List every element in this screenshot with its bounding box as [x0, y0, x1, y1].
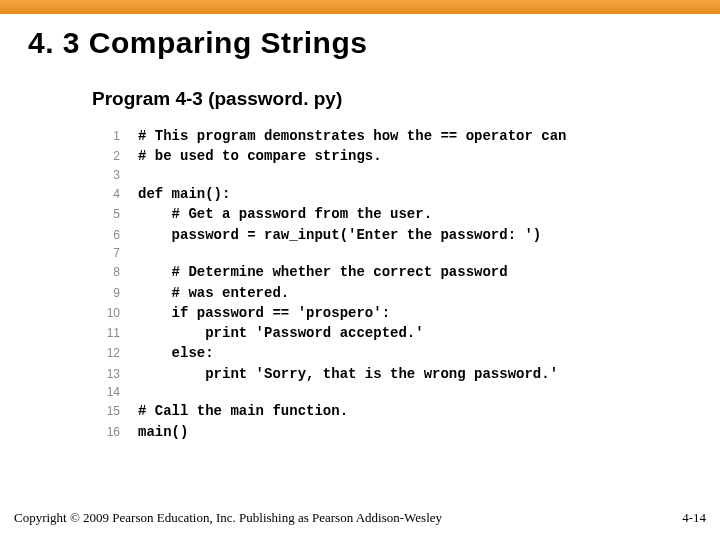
code-listing: 1# This program demonstrates how the == … — [0, 120, 720, 442]
code-line: 2# be used to compare strings. — [92, 146, 720, 166]
code-line: 14 — [92, 384, 720, 401]
program-subtitle: Program 4-3 (password. py) — [0, 60, 720, 120]
footer: Copyright © 2009 Pearson Education, Inc.… — [14, 510, 706, 526]
copyright-text: Copyright © 2009 Pearson Education, Inc.… — [14, 510, 442, 526]
code-line: 8 # Determine whether the correct passwo… — [92, 262, 720, 282]
code-line: 5 # Get a password from the user. — [92, 204, 720, 224]
code-text: print 'Password accepted.' — [138, 323, 424, 343]
code-line: 3 — [92, 167, 720, 184]
code-text: # This program demonstrates how the == o… — [138, 126, 566, 146]
line-number: 7 — [92, 245, 120, 262]
line-number: 3 — [92, 167, 120, 184]
line-number: 2 — [92, 148, 120, 165]
code-line: 12 else: — [92, 343, 720, 363]
code-text: main() — [138, 422, 188, 442]
line-number: 15 — [92, 403, 120, 420]
line-number: 10 — [92, 305, 120, 322]
code-line: 7 — [92, 245, 720, 262]
code-text: # Call the main function. — [138, 401, 348, 421]
code-line: 11 print 'Password accepted.' — [92, 323, 720, 343]
code-text: # was entered. — [138, 283, 289, 303]
line-number: 1 — [92, 128, 120, 145]
line-number: 6 — [92, 227, 120, 244]
line-number: 13 — [92, 366, 120, 383]
line-number: 4 — [92, 186, 120, 203]
line-number: 5 — [92, 206, 120, 223]
line-number: 12 — [92, 345, 120, 362]
code-line: 6 password = raw_input('Enter the passwo… — [92, 225, 720, 245]
page-title: 4. 3 Comparing Strings — [0, 14, 720, 60]
code-text: # Determine whether the correct password — [138, 262, 508, 282]
code-line: 10 if password == 'prospero': — [92, 303, 720, 323]
code-line: 15# Call the main function. — [92, 401, 720, 421]
line-number: 11 — [92, 325, 120, 342]
code-text: # be used to compare strings. — [138, 146, 382, 166]
code-line: 13 print 'Sorry, that is the wrong passw… — [92, 364, 720, 384]
code-text: print 'Sorry, that is the wrong password… — [138, 364, 558, 384]
line-number: 9 — [92, 285, 120, 302]
page-number: 4-14 — [682, 510, 706, 526]
code-line: 1# This program demonstrates how the == … — [92, 126, 720, 146]
code-text: # Get a password from the user. — [138, 204, 432, 224]
code-line: 4def main(): — [92, 184, 720, 204]
accent-bar — [0, 0, 720, 14]
code-line: 9 # was entered. — [92, 283, 720, 303]
line-number: 8 — [92, 264, 120, 281]
line-number: 14 — [92, 384, 120, 401]
line-number: 16 — [92, 424, 120, 441]
code-text: else: — [138, 343, 214, 363]
code-text: def main(): — [138, 184, 230, 204]
code-text: if password == 'prospero': — [138, 303, 390, 323]
code-line: 16main() — [92, 422, 720, 442]
code-text: password = raw_input('Enter the password… — [138, 225, 541, 245]
